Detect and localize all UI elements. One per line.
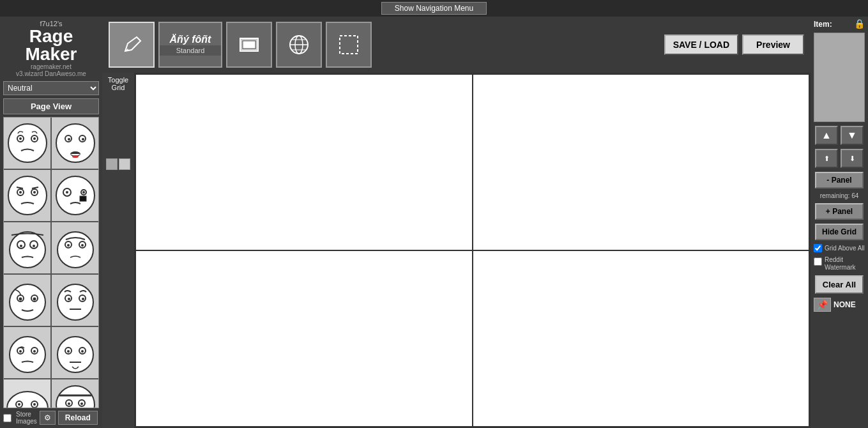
none-label: NONE [834, 300, 856, 309]
panel-size-small-button[interactable] [106, 158, 118, 170]
item-preview [814, 33, 865, 122]
svg-point-27 [33, 245, 35, 247]
center-area: Äñý fôñt Standard [102, 17, 811, 428]
svg-point-21 [82, 191, 85, 194]
comic-panel-4[interactable] [473, 250, 810, 427]
svg-point-11 [72, 155, 79, 158]
panel-size-large-button[interactable] [119, 158, 130, 170]
face-cell-3[interactable] [4, 170, 50, 221]
svg-point-31 [67, 244, 70, 247]
toggle-grid-area: ToggleGrid [102, 73, 134, 428]
pin-row: 📌 NONE [814, 298, 856, 312]
grid-above-row: Grid Above All [814, 244, 865, 252]
top-nav-bar: Show Navigation Menu [0, 0, 868, 17]
face-cell-7[interactable] [4, 275, 50, 326]
settings-button[interactable]: ⚙ [40, 411, 56, 425]
svg-point-17 [56, 176, 95, 215]
svg-point-12 [8, 176, 47, 215]
svg-point-38 [57, 284, 93, 320]
svg-point-23 [10, 232, 45, 268]
svg-point-47 [19, 350, 22, 353]
minus-panel-button[interactable]: - Panel [815, 172, 864, 188]
comic-panel-1[interactable] [135, 74, 473, 250]
show-nav-button[interactable]: Show Navigation Menu [381, 2, 487, 15]
svg-point-42 [82, 298, 84, 300]
grid-above-checkbox[interactable] [814, 244, 822, 252]
grid-above-label: Grid Above All [825, 245, 865, 252]
svg-point-15 [19, 191, 22, 194]
store-images-label: StoreImages [16, 411, 37, 425]
comic-panel-2[interactable] [473, 74, 810, 250]
move-up-button[interactable]: ▲ [815, 126, 838, 145]
svg-point-9 [82, 138, 84, 141]
globe-tool-button[interactable] [276, 22, 322, 68]
face-cell-4[interactable] [52, 170, 98, 221]
toggle-grid-label: ToggleGrid [108, 76, 128, 91]
svg-rect-22 [80, 196, 86, 201]
save-load-button[interactable]: SAVE / LOAD [664, 34, 738, 55]
svg-point-49 [57, 337, 93, 372]
font-style-label: Standard [160, 45, 221, 56]
svg-rect-70 [243, 41, 255, 49]
arrow-end-row: ⬆ ⬇ [815, 149, 864, 168]
lock-icon[interactable]: 🔒 [854, 19, 865, 29]
clear-all-button[interactable]: Clear All [815, 275, 864, 294]
remaining-label: remaining: 64 [820, 192, 859, 199]
layers-tool-button[interactable] [226, 22, 272, 68]
svg-point-62 [56, 386, 95, 408]
move-bottom-button[interactable]: ⬇ [841, 149, 864, 168]
svg-point-59 [33, 403, 36, 406]
face-cell-12[interactable] [52, 379, 98, 408]
plus-panel-button[interactable]: + Panel [815, 203, 864, 220]
svg-point-0 [8, 124, 47, 162]
reddit-row: Reddit Watermark [814, 256, 865, 271]
svg-point-58 [18, 403, 20, 406]
svg-point-36 [19, 298, 22, 301]
face-cell-9[interactable] [4, 327, 50, 378]
preview-button[interactable]: Preview [742, 34, 804, 55]
item-label: Item: [814, 20, 832, 29]
comic-canvas [134, 73, 811, 428]
svg-point-16 [33, 191, 36, 194]
svg-point-53 [81, 350, 84, 353]
face-cell-5[interactable] [4, 222, 50, 273]
version-label: v3.wizard DanAweso.me [3, 70, 99, 77]
reload-button[interactable]: Reload [58, 411, 98, 425]
main-layout: f7u12's Rage Maker ragemaker.net v3.wiza… [0, 17, 868, 428]
face-cell-10[interactable] [52, 327, 98, 378]
svg-rect-76 [340, 36, 358, 54]
svg-line-67 [128, 37, 137, 43]
pin-icon[interactable]: 📌 [814, 298, 831, 312]
select-icon [337, 33, 360, 56]
globe-icon [287, 33, 310, 56]
reddit-watermark-checkbox[interactable] [814, 257, 822, 266]
svg-point-66 [80, 402, 83, 405]
comic-panel-3[interactable] [135, 250, 473, 427]
svg-point-4 [33, 137, 36, 140]
pencil-tool-button[interactable] [109, 22, 155, 68]
svg-point-32 [81, 244, 84, 247]
mood-select[interactable]: Neutral Happy Angry Sad [3, 81, 99, 95]
store-images-checkbox[interactable] [3, 414, 11, 422]
move-top-button[interactable]: ⬆ [815, 149, 838, 168]
panel-size-buttons [106, 158, 130, 170]
svg-point-37 [33, 298, 36, 301]
maker-label: Maker [3, 45, 99, 63]
svg-point-44 [10, 337, 45, 372]
layers-icon [238, 33, 261, 56]
face-cell-11[interactable]: BAD POKER FACE [4, 379, 50, 408]
rage-label: Rage [3, 27, 99, 45]
font-tool-button[interactable]: Äñý fôñt Standard [158, 22, 222, 68]
site-label: ragemaker.net [3, 63, 99, 70]
face-cell-1[interactable] [4, 118, 50, 169]
svg-point-8 [68, 138, 70, 141]
arrow-up-row: ▲ ▼ [815, 126, 864, 145]
face-cell-6[interactable] [52, 222, 98, 273]
move-down-button[interactable]: ▼ [841, 126, 864, 145]
hide-grid-button[interactable]: Hide Grid [815, 224, 864, 240]
face-cell-2[interactable] [52, 118, 98, 169]
svg-point-20 [66, 191, 68, 194]
face-cell-8[interactable] [52, 275, 98, 326]
select-tool-button[interactable] [326, 22, 372, 68]
svg-point-52 [67, 350, 70, 353]
